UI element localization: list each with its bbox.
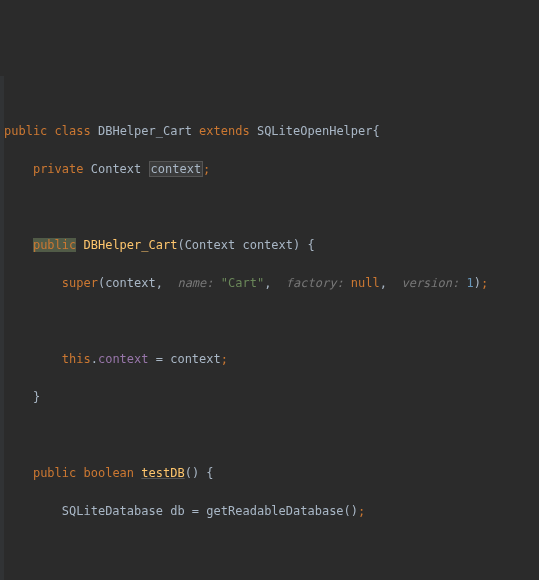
method-testdb: testDB	[141, 466, 184, 480]
keyword-boolean: boolean	[84, 466, 135, 480]
field-context: context	[149, 161, 204, 177]
method-call: getReadableDatabase	[206, 504, 343, 518]
string: "Cart"	[221, 276, 264, 290]
gutter	[0, 76, 4, 580]
open: (context	[98, 276, 156, 290]
code-line: public DBHelper_Cart(Context context) {	[4, 236, 539, 255]
var: db	[170, 504, 184, 518]
code-line: private Context context;	[4, 160, 539, 179]
semicolon: ;	[358, 504, 365, 518]
semicolon: ;	[221, 352, 228, 366]
code-line: public class DBHelper_Cart extends SQLit…	[4, 122, 539, 141]
keyword-null: null	[351, 276, 380, 290]
class-name: DBHelper_Cart	[98, 124, 192, 138]
rest: () {	[185, 466, 214, 480]
number: 1	[466, 276, 473, 290]
semicolon: ;	[481, 276, 488, 290]
close: )	[474, 276, 481, 290]
type: SQLiteDatabase	[62, 504, 163, 518]
keyword-public: public	[33, 466, 76, 480]
code-line	[4, 540, 539, 559]
params: (Context context) {	[177, 238, 314, 252]
code-line: super(context, name: "Cart", factory: nu…	[4, 274, 539, 293]
keyword-private: private	[33, 162, 84, 176]
keyword-class: class	[55, 124, 91, 138]
constructor-name: DBHelper_Cart	[84, 238, 178, 252]
rest: ()	[344, 504, 358, 518]
code-line	[4, 198, 539, 217]
super-type: SQLiteOpenHelper	[257, 124, 373, 138]
code-line: public boolean testDB() {	[4, 464, 539, 483]
code-editor[interactable]: public class DBHelper_Cart extends SQLit…	[0, 76, 539, 580]
assign: = context	[149, 352, 221, 366]
code-line	[4, 312, 539, 331]
code-line	[4, 426, 539, 445]
field-context: context	[98, 352, 149, 366]
keyword-public: public	[4, 124, 47, 138]
hint-factory: factory:	[286, 276, 344, 290]
semicolon: ;	[203, 162, 210, 176]
keyword-public: public	[33, 238, 76, 252]
type: Context	[91, 162, 142, 176]
eq: =	[185, 504, 207, 518]
dot: .	[91, 352, 98, 366]
hint-version: version:	[401, 276, 459, 290]
code-line: SQLiteDatabase db = getReadableDatabase(…	[4, 502, 539, 521]
brace: {	[373, 124, 380, 138]
keyword-super: super	[62, 276, 98, 290]
hint-name: name:	[177, 276, 213, 290]
brace: }	[33, 390, 40, 404]
keyword-this: this	[62, 352, 91, 366]
code-line: this.context = context;	[4, 350, 539, 369]
keyword-extends: extends	[199, 124, 250, 138]
code-line: }	[4, 388, 539, 407]
